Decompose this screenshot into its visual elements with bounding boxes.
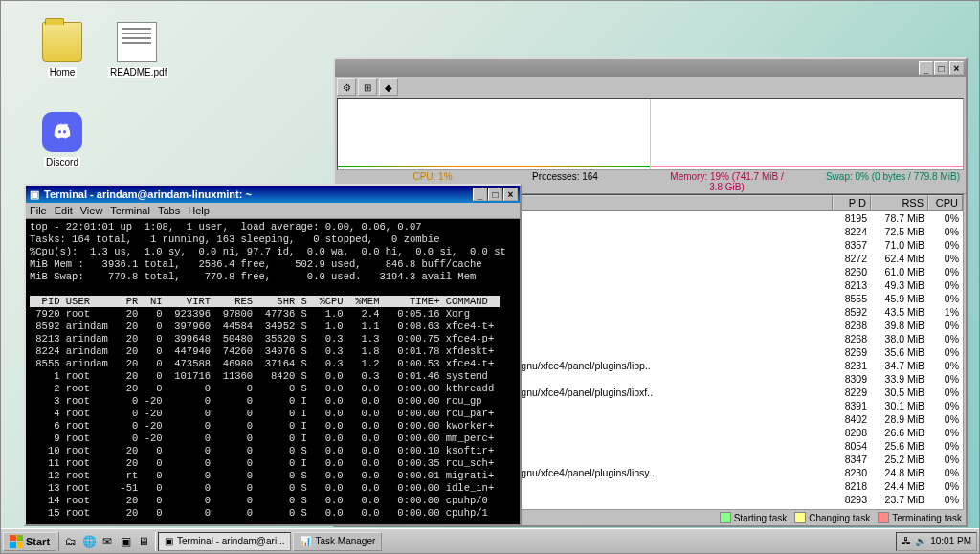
maximize-button[interactable]: □	[488, 188, 502, 201]
cell-rss: 26.6 MiB	[871, 427, 928, 438]
cell-pid: 8391	[833, 400, 871, 411]
cell-cpu: 0%	[928, 427, 963, 438]
legend-start-label: Starting task	[734, 513, 788, 523]
cell-pid: 8293	[833, 494, 871, 505]
cell-pid: 8213	[833, 279, 871, 291]
cpu-graph	[338, 99, 651, 169]
icon-label: README.pdf	[108, 67, 168, 78]
cell-pid: 8260	[833, 266, 871, 277]
swap-stat: Swap: 0% (0 bytes / 779.8 MiB)	[791, 171, 964, 192]
cell-cpu: 0%	[928, 320, 963, 331]
document-icon	[117, 22, 157, 62]
col-pid[interactable]: PID	[833, 195, 871, 211]
cell-cpu: 0%	[928, 454, 963, 465]
start-button[interactable]: Start	[3, 532, 56, 551]
cell-rss: 35.6 MiB	[871, 346, 928, 358]
cell-pid: 8231	[833, 360, 871, 371]
legend-change-swatch	[794, 512, 806, 523]
menu-view[interactable]: View	[80, 205, 103, 216]
taskbar-item-taskmgr[interactable]: 📊 Task Manager	[293, 532, 382, 551]
cell-cpu: 0%	[928, 293, 963, 304]
cell-rss: 72.5 MiB	[871, 226, 928, 237]
desktop-icon-discord[interactable]: Discord	[33, 112, 91, 167]
cell-cpu: 0%	[928, 266, 963, 277]
cell-cpu: 0%	[928, 279, 963, 291]
ql-mail-icon[interactable]: ✉	[99, 533, 116, 550]
ql-desktop-icon[interactable]: 🖥	[135, 533, 152, 550]
clock[interactable]: 10:01 PM	[930, 536, 971, 546]
icon-label: Home	[48, 67, 78, 78]
cell-pid: 8208	[833, 427, 871, 438]
cell-pid: 8224	[833, 226, 871, 237]
cell-rss: 39.8 MiB	[871, 320, 928, 331]
menu-edit[interactable]: Edit	[55, 205, 73, 216]
menu-tabs[interactable]: Tabs	[158, 205, 180, 216]
cell-pid: 8195	[833, 212, 871, 224]
legend-term-label: Terminating task	[892, 513, 962, 523]
cell-rss: 62.4 MiB	[871, 253, 928, 264]
cell-cpu: 0%	[928, 360, 963, 371]
terminal-icon: ▣	[28, 188, 41, 201]
cell-cpu: 0%	[928, 212, 963, 224]
cell-pid: 8218	[833, 480, 871, 492]
taskbar-item-terminal[interactable]: ▣ Terminal - arindam@ari...	[158, 532, 291, 551]
tool-tree-icon[interactable]: ⊞	[358, 78, 377, 96]
quick-launch: 🗂 🌐 ✉ ▣ 🖥	[58, 532, 156, 551]
memory-stat: Memory: 19% (741.7 MiB / 3.8 GiB)	[662, 171, 791, 192]
cell-rss: 43.5 MiB	[871, 306, 928, 318]
cell-rss: 71.0 MiB	[871, 239, 928, 251]
cell-pid: 8054	[833, 440, 871, 452]
ql-files-icon[interactable]: 🗂	[62, 533, 79, 550]
cell-rss: 24.8 MiB	[871, 467, 928, 478]
taskmgr-titlebar[interactable]: _ □ ×	[335, 59, 966, 77]
cell-pid: 8272	[833, 253, 871, 264]
taskbar: Start 🗂 🌐 ✉ ▣ 🖥 ▣ Terminal - arindam@ari…	[1, 528, 979, 553]
col-rss[interactable]: RSS	[871, 195, 928, 211]
cell-cpu: 0%	[928, 494, 963, 505]
terminal-title: Terminal - arindam@arindam-linuxmint: ~	[44, 188, 252, 200]
terminal-body[interactable]: top - 22:01:01 up 1:08, 1 user, load ave…	[26, 219, 520, 524]
system-tray: 🖧 🔊 10:01 PM	[896, 532, 977, 551]
terminal-titlebar[interactable]: ▣ Terminal - arindam@arindam-linuxmint: …	[26, 186, 520, 203]
tool-filter-icon[interactable]: ◆	[379, 78, 398, 96]
maximize-button[interactable]: □	[934, 61, 948, 75]
cell-cpu: 0%	[928, 400, 963, 411]
menu-terminal[interactable]: Terminal	[110, 205, 150, 216]
cell-cpu: 0%	[928, 333, 963, 344]
legend-change-label: Changing task	[809, 513, 870, 523]
cell-cpu: 0%	[928, 413, 963, 425]
desktop-icon-readme[interactable]: README.pdf	[108, 22, 166, 78]
cell-pid: 8268	[833, 333, 871, 344]
terminal-menubar: FileEditViewTerminalTabsHelp	[26, 203, 520, 219]
cell-rss: 34.7 MiB	[871, 360, 928, 371]
taskbar-item-icon: ▣	[165, 536, 173, 546]
menu-help[interactable]: Help	[188, 205, 210, 216]
cell-cpu: 0%	[928, 480, 963, 492]
tray-network-icon[interactable]: 🖧	[902, 536, 911, 546]
desktop-icon-home[interactable]: Home	[33, 22, 91, 78]
taskbar-item-label: Task Manager	[315, 536, 375, 546]
cell-rss: 38.0 MiB	[871, 333, 928, 344]
cell-cpu: 0%	[928, 467, 963, 478]
cell-rss: 24.4 MiB	[871, 480, 928, 492]
col-cpu[interactable]: CPU	[928, 195, 963, 211]
cell-rss: 30.5 MiB	[871, 387, 928, 398]
tool-settings-icon[interactable]: ⚙	[337, 78, 356, 96]
cell-pid: 8402	[833, 413, 871, 425]
memory-graph	[651, 99, 963, 169]
cell-pid: 8230	[833, 467, 871, 478]
close-button[interactable]: ×	[503, 188, 518, 201]
cell-pid: 8347	[833, 454, 871, 465]
tray-volume-icon[interactable]: 🔊	[915, 536, 926, 546]
minimize-button[interactable]: _	[473, 188, 487, 201]
cell-pid: 8555	[833, 293, 871, 304]
folder-icon	[42, 22, 82, 62]
taskbar-item-label: Terminal - arindam@ari...	[177, 536, 284, 546]
cell-pid: 8229	[833, 387, 871, 398]
ql-terminal-icon[interactable]: ▣	[117, 533, 134, 550]
minimize-button[interactable]: _	[919, 61, 933, 75]
close-button[interactable]: ×	[949, 61, 964, 75]
menu-file[interactable]: File	[30, 205, 47, 216]
ql-browser-icon[interactable]: 🌐	[80, 533, 98, 550]
cell-cpu: 0%	[928, 226, 963, 237]
